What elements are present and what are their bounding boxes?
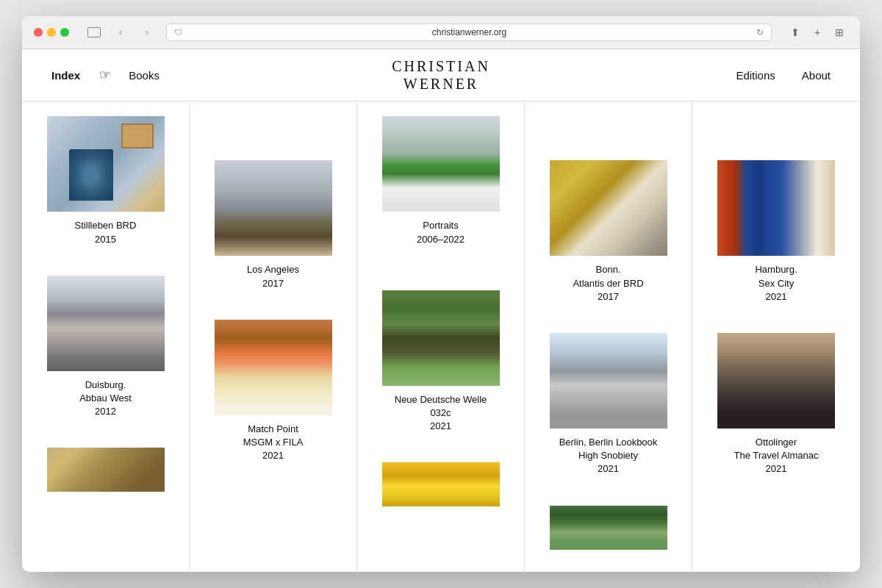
reload-button[interactable]: ↻ [756,27,764,37]
browser-controls: ‹ › [84,25,157,40]
item-image-partial-1 [47,448,165,492]
grid-column-5: Hamburg.Sex City2021 OttolingerThe Trave… [692,101,860,571]
url-text: christianwerner.org [187,27,752,37]
portfolio-grid: Stillleben BRD2015 Duisburg.Abbau West20… [22,101,860,571]
nav-right: Editions About [736,69,831,82]
logo-line1: CHRISTIAN [392,58,490,74]
browser-window: ‹ › 🛡 christianwerner.org ↻ ⬆ + ⊞ Index … [22,16,860,571]
item-image-hamburg [717,160,835,256]
portfolio-item-berlin[interactable]: Berlin, Berlin LookbookHigh Snobiety2021 [539,333,677,476]
item-title-bonn: Bonn.Atlantis der BRD2017 [573,263,643,304]
item-image-stillleben [47,116,165,212]
grid-column-3: Portraits2006–2022 Neue Deutsche Welle03… [357,101,525,571]
back-button[interactable]: ‹ [110,25,131,40]
portfolio-item-partial-1[interactable] [37,448,174,499]
site-content: Index ☞ Books CHRISTIAN WERNER Editions … [22,49,860,571]
item-image-portraits [382,116,500,212]
cursor-icon: ☞ [99,67,111,83]
item-image-matchpoint [215,320,332,415]
portfolio-item-partial-2[interactable] [372,462,509,514]
nav-books[interactable]: Books [129,69,159,82]
item-title-duisburg: Duisburg.Abbau West2012 [79,379,132,419]
site-nav: Index ☞ Books CHRISTIAN WERNER Editions … [22,49,860,101]
portfolio-item-hamburg[interactable]: Hamburg.Sex City2021 [707,160,845,304]
portfolio-item-neue[interactable]: Neue Deutsche Welle032c2021 [372,290,509,434]
item-title-losangeles: Los Angeles2017 [247,263,299,290]
nav-index[interactable]: Index [51,69,80,82]
item-image-losangeles [215,160,332,256]
browser-actions: ⬆ + ⊞ [786,24,848,41]
traffic-light-close[interactable] [34,28,43,37]
portfolio-item-stillleben[interactable]: Stillleben BRD2015 [37,116,174,245]
item-title-portraits: Portraits2006–2022 [417,219,465,245]
traffic-light-minimize[interactable] [47,28,56,37]
logo-text: CHRISTIAN WERNER [392,57,490,93]
grid-column-4: Bonn.Atlantis der BRD2017 Berlin, Berlin… [525,101,692,571]
add-tab-icon[interactable]: + [808,24,826,41]
share-icon[interactable]: ⬆ [786,24,804,41]
grid-icon[interactable]: ⊞ [831,24,848,41]
traffic-lights [34,28,69,37]
item-title-hamburg: Hamburg.Sex City2021 [755,263,797,304]
item-title-stillleben: Stillleben BRD2015 [75,219,137,245]
window-icon-btn[interactable] [84,25,104,40]
portfolio-item-portraits[interactable]: Portraits2006–2022 [372,116,509,245]
window-icon [87,27,101,37]
item-title-berlin: Berlin, Berlin LookbookHigh Snobiety2021 [559,436,658,476]
browser-chrome: ‹ › 🛡 christianwerner.org ↻ ⬆ + ⊞ [22,16,860,49]
portfolio-item-matchpoint[interactable]: Match PointMSGM x FILA2021 [204,320,342,463]
nav-logo[interactable]: CHRISTIAN WERNER [392,57,490,93]
item-image-berlin [550,333,667,429]
address-bar[interactable]: 🛡 christianwerner.org ↻ [166,24,772,41]
traffic-light-fullscreen[interactable] [60,28,69,37]
grid-column-2: Los Angeles2017 Match PointMSGM x FILA20… [190,101,357,571]
item-title-ottolinger: OttolingerThe Travel Almanac2021 [734,436,819,476]
forward-button[interactable]: › [137,25,157,40]
item-image-bonn [550,160,667,256]
item-title-neue: Neue Deutsche Welle032c2021 [395,393,487,434]
grid-column-1: Stillleben BRD2015 Duisburg.Abbau West20… [22,101,190,571]
portfolio-item-duisburg[interactable]: Duisburg.Abbau West2012 [37,276,174,419]
shield-icon: 🛡 [174,28,182,37]
item-image-ottolinger [717,333,835,429]
portfolio-item-partial-3[interactable] [539,506,677,557]
portfolio-item-ottolinger[interactable]: OttolingerThe Travel Almanac2021 [707,333,845,476]
portfolio-item-losangeles[interactable]: Los Angeles2017 [204,160,342,290]
item-image-duisburg [47,276,165,371]
logo-line2: WERNER [404,76,478,92]
item-title-matchpoint: Match PointMSGM x FILA2021 [243,423,304,463]
nav-about[interactable]: About [802,69,831,82]
item-image-partial-3 [550,506,667,550]
nav-left: Index ☞ Books [51,67,159,83]
item-image-neue [382,290,500,386]
nav-editions[interactable]: Editions [736,69,775,82]
portfolio-item-bonn[interactable]: Bonn.Atlantis der BRD2017 [539,160,677,304]
item-image-partial-2 [382,462,500,506]
